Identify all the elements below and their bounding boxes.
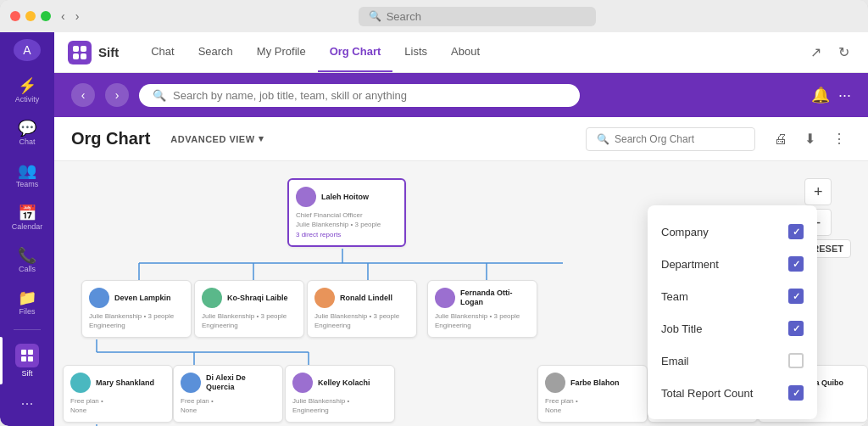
top-nav: Sift Chat Search My Profile Org Chart Li… [54, 32, 868, 73]
external-link-button[interactable]: ↗ [805, 39, 826, 65]
node-name: Ronald Lindell [340, 294, 392, 303]
topnav-link-chat[interactable]: Chat [139, 32, 186, 72]
node-info: Free plan •None [70, 396, 165, 415]
org-node-l3-2[interactable]: Kelley Kolachi Julie Blankenship •Engine… [285, 365, 395, 423]
user-avatar: A [14, 39, 41, 61]
dropdown-row-jobtitle: Job Title ✓ [648, 312, 817, 345]
window-frame: ‹ › 🔍 A ⚡ Activity 💬 Chat 👥 Teams [0, 0, 868, 426]
print-button[interactable]: 🖨 [769, 126, 793, 152]
sift-logo-icon [15, 344, 39, 367]
org-node-l3-1[interactable]: Di Alexi De Quercia Free plan •None [173, 365, 283, 423]
sidebar-item-chat[interactable]: 💬 Chat [0, 114, 54, 153]
org-canvas: Laleh Hoitow Chief Financial Officer Jul… [54, 161, 868, 426]
org-node-l2-2[interactable]: Ronald Lindell Julie Blankenship • 3 peo… [307, 280, 417, 338]
node-info: Julie Blankenship • 3 peopleEngineering [202, 311, 297, 330]
checkbox-team[interactable]: ✓ [788, 289, 804, 304]
org-toolbar: Org Chart ADVANCED VIEW ▾ 🔍 🖨 ⬇ ⋮ [54, 117, 868, 161]
banner-search-input[interactable] [173, 89, 566, 102]
close-button[interactable] [10, 11, 20, 21]
checkbox-jobtitle[interactable]: ✓ [788, 321, 804, 336]
checkbox-company[interactable]: ✓ [788, 224, 804, 239]
node-info: Free plan •None [545, 396, 640, 415]
node-name: Laleh Hoitow [321, 193, 369, 202]
purple-banner: ‹ › 🔍 🔔 ··· [54, 73, 868, 117]
org-toolbar-actions: 🖨 ⬇ ⋮ [769, 126, 851, 152]
sidebar-item-teams[interactable]: 👥 Teams [0, 156, 54, 195]
download-button[interactable]: ⬇ [799, 126, 821, 152]
avatar [202, 288, 222, 308]
avatar [181, 373, 201, 393]
dropdown-label-totalreportcount: Total Report Count [661, 387, 753, 400]
topnav-link-myprofile[interactable]: My Profile [245, 32, 318, 72]
activity-icon: ⚡ [18, 78, 36, 93]
dropdown-row-company: Company ✓ [648, 216, 817, 248]
minimize-button[interactable] [25, 11, 36, 21]
topnav-link-orgchart[interactable]: Org Chart [318, 32, 393, 72]
org-node-root[interactable]: Laleh Hoitow Chief Financial Officer Jul… [287, 178, 406, 247]
dropdown-row-totalreportcount: Total Report Count ✓ [648, 377, 817, 409]
nav-arrows: ‹ › [58, 8, 82, 25]
node-name: Ko-Shraqi Laible [227, 294, 288, 303]
org-search-input[interactable] [615, 133, 744, 145]
more-options-button[interactable]: ⋮ [827, 126, 851, 152]
more-icon[interactable]: ··· [838, 87, 851, 104]
node-name: Mary Shankland [96, 378, 154, 388]
dropdown-label-jobtitle: Job Title [661, 322, 702, 335]
checkbox-totalreportcount[interactable]: ✓ [788, 385, 804, 401]
org-search-icon: 🔍 [597, 133, 609, 145]
title-bar-search-area: 🔍 [96, 7, 858, 26]
sidebar-item-sift[interactable]: Sift [0, 337, 54, 384]
refresh-button[interactable]: ↻ [833, 39, 854, 65]
avatar [89, 288, 109, 308]
zoom-in-button[interactable]: + [804, 178, 832, 205]
dropdown-row-department: Department ✓ [648, 248, 817, 280]
app-logo: Sift [68, 41, 119, 64]
avatar [70, 373, 91, 393]
topnav-link-about[interactable]: About [439, 32, 492, 72]
org-node-l3b-0[interactable]: Farbe Blahon Free plan •None [537, 365, 648, 423]
topnav-link-lists[interactable]: Lists [392, 32, 439, 72]
back-button[interactable]: ‹ [58, 8, 69, 25]
sidebar-item-calendar[interactable]: 📅 Calendar [0, 199, 54, 238]
title-search-input[interactable] [387, 10, 586, 23]
title-bar: ‹ › 🔍 [0, 0, 868, 32]
dropdown-label-company: Company [661, 226, 709, 238]
avatar [545, 373, 565, 393]
sidebar-more-button[interactable]: ··· [14, 388, 40, 419]
teams-icon: 👥 [18, 163, 36, 178]
app-logo-icon [68, 41, 92, 64]
maximize-button[interactable] [41, 11, 51, 21]
avatar [296, 187, 316, 207]
avatar [435, 288, 455, 308]
topnav-link-search[interactable]: Search [186, 32, 245, 72]
files-icon: 📁 [18, 290, 36, 305]
avatar [314, 288, 335, 308]
calls-icon: 📞 [18, 248, 36, 263]
banner-back-button[interactable]: ‹ [71, 83, 95, 107]
dropdown-row-email: Email [648, 345, 817, 377]
org-node-l2-3[interactable]: Fernanda Otti-Logan Julie Blankenship • … [427, 280, 537, 338]
sidebar-item-calls[interactable]: 📞 Calls [0, 241, 54, 280]
org-search-box: 🔍 [586, 127, 755, 151]
banner-forward-button[interactable]: › [105, 83, 129, 107]
checkbox-email[interactable] [788, 353, 804, 368]
bell-icon[interactable]: 🔔 [811, 86, 830, 104]
sidebar-item-files[interactable]: 📁 Files [0, 283, 54, 322]
node-name: Di Alexi De Quercia [206, 373, 275, 392]
avatar [292, 373, 313, 393]
node-info: Julie Blankenship • 3 peopleEngineering [314, 311, 409, 330]
node-info: Julie Blankenship •Engineering [292, 396, 387, 415]
org-node-l2-1[interactable]: Ko-Shraqi Laible Julie Blankenship • 3 p… [194, 280, 304, 338]
org-node-l2-0[interactable]: Deven Lampkin Julie Blankenship • 3 peop… [81, 280, 192, 338]
org-node-l3-0[interactable]: Mary Shankland Free plan •None [63, 365, 173, 423]
app-area: Sift Chat Search My Profile Org Chart Li… [54, 32, 868, 426]
advanced-view-button[interactable]: ADVANCED VIEW ▾ [164, 130, 270, 148]
checkbox-department[interactable]: ✓ [788, 256, 804, 272]
forward-button[interactable]: › [72, 8, 83, 25]
node-info: Free plan •None [181, 396, 275, 415]
node-link[interactable]: 3 direct reports [296, 231, 398, 238]
sidebar-item-activity[interactable]: ⚡ Activity [0, 71, 54, 110]
dropdown-label-team: Team [661, 290, 688, 303]
dropdown-row-team: Team ✓ [648, 280, 817, 312]
node-title: Chief Financial Officer [296, 210, 398, 220]
